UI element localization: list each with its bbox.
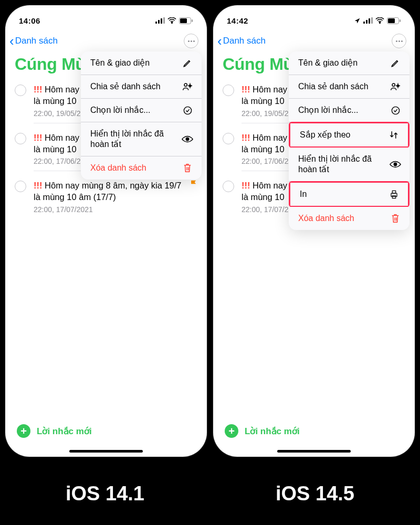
menu-item-label: Chọn lời nhắc... bbox=[90, 105, 182, 116]
back-label: Danh sách bbox=[15, 36, 58, 46]
phone-right: 14:42‹Danh sáchCúng Mù!!! Hôm nay mlà mù… bbox=[213, 5, 415, 457]
priority-marker: !!! bbox=[242, 181, 250, 190]
battery-icon bbox=[179, 17, 193, 24]
priority-marker: !!! bbox=[34, 133, 42, 142]
svg-point-22 bbox=[392, 107, 399, 114]
back-label: Danh sách bbox=[223, 36, 266, 46]
reminder-row[interactable]: !!! Hôm nay mùng 8 âm, ngày kia 19/7là m… bbox=[5, 175, 207, 223]
context-menu: Tên & giao diệnChia sẻ danh sáchChọn lời… bbox=[81, 51, 202, 180]
signal-icon bbox=[155, 17, 165, 24]
menu-item[interactable]: Chọn lời nhắc... bbox=[81, 99, 202, 122]
reminder-text: !!! Hôm nay mùng 8 âm, ngày kia 19/7là m… bbox=[34, 180, 189, 203]
phone-left: 14:06‹Danh sáchCúng Mù!!! Hôm nay mlà mù… bbox=[5, 5, 207, 457]
priority-marker: !!! bbox=[34, 85, 42, 94]
sort-icon bbox=[388, 130, 400, 140]
chevron-left-icon: ‹ bbox=[217, 34, 222, 48]
wifi-icon bbox=[167, 17, 176, 24]
highlight-box: In bbox=[289, 181, 410, 207]
complete-toggle[interactable] bbox=[15, 85, 26, 96]
nav-bar: ‹Danh sách bbox=[213, 29, 415, 50]
back-button[interactable]: ‹Danh sách bbox=[9, 34, 58, 48]
menu-item-label: Xóa danh sách bbox=[90, 163, 182, 173]
share-person-icon bbox=[390, 82, 401, 91]
pencil-icon bbox=[390, 58, 401, 68]
svg-rect-0 bbox=[155, 22, 157, 24]
svg-rect-7 bbox=[192, 19, 193, 22]
menu-item[interactable]: Chia sẻ danh sách bbox=[289, 75, 410, 99]
new-reminder-button[interactable]: +Lời nhắc mới bbox=[225, 424, 300, 438]
svg-rect-19 bbox=[400, 19, 401, 22]
status-time: 14:42 bbox=[227, 16, 248, 25]
svg-rect-1 bbox=[158, 20, 160, 24]
menu-item[interactable]: Chọn lời nhắc... bbox=[289, 99, 410, 122]
menu-item-label: Chia sẻ danh sách bbox=[90, 81, 182, 92]
svg-rect-14 bbox=[369, 18, 370, 24]
printer-icon bbox=[388, 190, 400, 200]
menu-item[interactable]: Hiển thị lời nhắc đã hoàn tất bbox=[289, 148, 410, 182]
menu-item-label: Chọn lời nhắc... bbox=[298, 105, 390, 116]
battery-icon bbox=[387, 17, 401, 24]
home-indicator bbox=[69, 450, 143, 453]
menu-item-label: Hiển thị lời nhắc đã hoàn tất bbox=[90, 129, 182, 150]
status-time: 14:06 bbox=[19, 16, 40, 25]
menu-item-label: In bbox=[300, 189, 388, 200]
menu-item[interactable]: In bbox=[290, 183, 408, 206]
complete-toggle[interactable] bbox=[223, 181, 234, 192]
menu-item-label: Tên & giao diện bbox=[90, 58, 182, 68]
svg-rect-2 bbox=[161, 18, 162, 24]
priority-marker: !!! bbox=[34, 181, 42, 190]
highlight-box: Sắp xếp theo bbox=[289, 122, 410, 148]
location-icon bbox=[354, 17, 361, 24]
svg-point-20 bbox=[392, 83, 395, 86]
status-bar: 14:06 bbox=[5, 5, 207, 29]
svg-rect-6 bbox=[180, 18, 187, 23]
nav-bar: ‹Danh sách bbox=[5, 29, 207, 50]
menu-item-label: Xóa danh sách bbox=[298, 213, 390, 224]
new-reminder-label: Lời nhắc mới bbox=[37, 426, 92, 437]
svg-rect-25 bbox=[392, 191, 395, 193]
menu-item[interactable]: Hiển thị lời nhắc đã hoàn tất bbox=[81, 122, 202, 156]
svg-point-4 bbox=[171, 22, 172, 23]
trash-icon bbox=[182, 163, 193, 173]
more-button[interactable] bbox=[184, 34, 198, 48]
eye-icon bbox=[182, 135, 193, 143]
svg-rect-26 bbox=[392, 195, 395, 198]
menu-item[interactable]: Chia sẻ danh sách bbox=[81, 75, 202, 99]
menu-item[interactable]: Tên & giao diện bbox=[81, 51, 202, 75]
reminder-timestamp: 22:00, 17/07/2021 bbox=[34, 205, 189, 214]
complete-toggle[interactable] bbox=[223, 85, 234, 96]
menu-item[interactable]: Sắp xếp theo bbox=[290, 123, 408, 146]
svg-point-9 bbox=[189, 85, 191, 87]
more-icon bbox=[396, 40, 403, 42]
menu-item[interactable]: Tên & giao diện bbox=[289, 51, 410, 75]
share-person-icon bbox=[182, 82, 193, 91]
caption-right: iOS 14.5 bbox=[210, 462, 420, 525]
complete-toggle[interactable] bbox=[223, 133, 234, 144]
eye-icon bbox=[390, 160, 401, 169]
svg-point-21 bbox=[397, 85, 399, 87]
menu-item[interactable]: Xóa danh sách bbox=[81, 156, 202, 180]
svg-point-11 bbox=[186, 138, 189, 141]
menu-item-label: Hiển thị lời nhắc đã hoàn tất bbox=[298, 154, 390, 175]
chevron-left-icon: ‹ bbox=[9, 34, 14, 48]
new-reminder-button[interactable]: +Lời nhắc mới bbox=[17, 424, 92, 438]
priority-marker: !!! bbox=[242, 85, 250, 94]
trash-icon bbox=[390, 213, 401, 224]
plus-icon: + bbox=[17, 424, 30, 438]
check-circle-icon bbox=[182, 106, 193, 116]
complete-toggle[interactable] bbox=[15, 181, 26, 192]
more-button[interactable] bbox=[392, 34, 406, 48]
wifi-icon bbox=[375, 17, 384, 24]
svg-rect-13 bbox=[366, 20, 368, 24]
check-circle-icon bbox=[390, 106, 401, 116]
menu-item-label: Sắp xếp theo bbox=[300, 130, 388, 140]
more-icon bbox=[188, 40, 195, 42]
svg-rect-18 bbox=[388, 18, 395, 23]
svg-point-16 bbox=[379, 22, 380, 23]
back-button[interactable]: ‹Danh sách bbox=[217, 34, 266, 48]
priority-marker: !!! bbox=[242, 133, 250, 142]
plus-icon: + bbox=[225, 424, 238, 438]
menu-item-label: Tên & giao diện bbox=[298, 58, 390, 68]
menu-item[interactable]: Xóa danh sách bbox=[289, 207, 410, 230]
complete-toggle[interactable] bbox=[15, 133, 26, 144]
